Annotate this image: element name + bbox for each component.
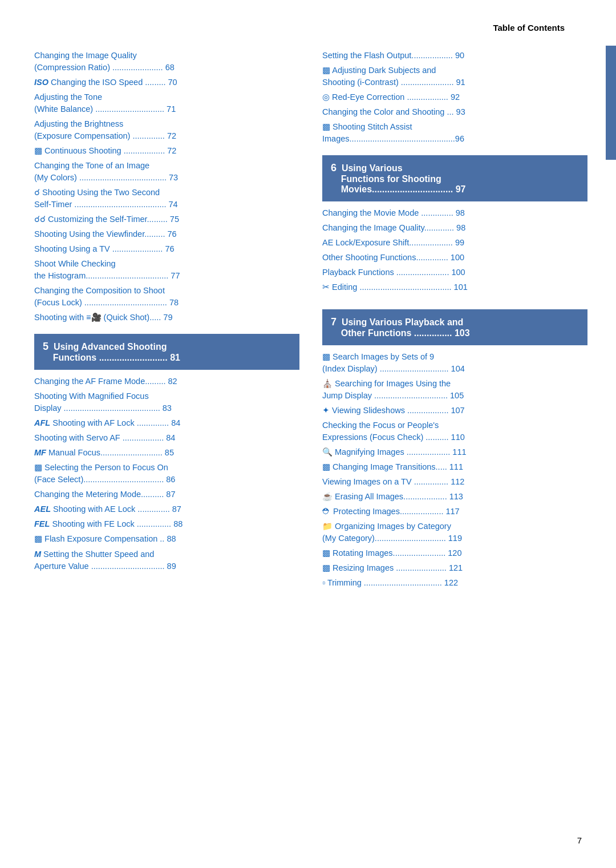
list-item[interactable]: Shooting with ≡🎥 (Quick Shot)..... 79 xyxy=(34,312,299,324)
list-item[interactable]: Changing the Tone of an Image (My Colors… xyxy=(34,160,299,184)
section-6-box: 6 Using Various Functions for Shooting M… xyxy=(322,155,587,201)
list-item[interactable]: 📁 Organizing Images by Category (My Cate… xyxy=(322,520,587,544)
list-item[interactable]: ▩ Continuous Shooting ..................… xyxy=(34,145,299,157)
list-item[interactable]: Changing the Composition to Shoot (Focus… xyxy=(34,285,299,309)
list-item[interactable]: M Setting the Shutter Speed and Aperture… xyxy=(34,548,299,572)
list-item[interactable]: ⛪ Searching for Images Using the Jump Di… xyxy=(322,378,587,402)
list-item[interactable]: ▩ Rotating Images.......................… xyxy=(322,547,587,559)
list-item[interactable]: ▩ Flash Exposure Compensation .. 88 xyxy=(34,533,299,545)
list-item[interactable]: ▫ Trimming .............................… xyxy=(322,577,587,589)
list-item[interactable]: Changing the Movie Mode .............. 9… xyxy=(322,207,587,219)
list-item[interactable]: AE Lock/Exposure Shift..................… xyxy=(322,237,587,249)
list-item[interactable]: FEL Shooting with FE Lock ..............… xyxy=(34,518,299,530)
list-item[interactable]: Shooting With Magnified Focus Display ..… xyxy=(34,390,299,414)
list-item[interactable]: Changing the Image Quality (Compression … xyxy=(34,50,299,74)
list-item[interactable]: ▩ Shooting Stitch Assist Images.........… xyxy=(322,121,587,145)
section-7-box: 7 Using Various Playback and Other Funct… xyxy=(322,309,587,345)
list-item[interactable]: Shooting Using the Viewfinder......... 7… xyxy=(34,228,299,240)
page-number: 7 xyxy=(577,835,582,845)
section-7-number: 7 xyxy=(331,316,337,328)
list-item[interactable]: Changing the AF Frame Mode......... 82 xyxy=(34,376,299,387)
content-columns: Changing the Image Quality (Compression … xyxy=(34,50,587,592)
right-column: Setting the Flash Output................… xyxy=(322,50,587,592)
list-item[interactable]: ▩ Adjusting Dark Subjects and Shooting (… xyxy=(322,64,587,88)
left-column: Changing the Image Quality (Compression … xyxy=(34,50,299,592)
list-item[interactable]: ▩ Changing Image Transitions..... 111 xyxy=(322,461,587,473)
list-item[interactable]: Viewing Images on a TV ............... 1… xyxy=(322,476,587,488)
section-5-box: 5 Using Advanced Shooting Functions ....… xyxy=(34,334,299,370)
list-item[interactable]: ☌☌ Customizing the Self-Timer......... 7… xyxy=(34,213,299,225)
list-item[interactable]: Checking the Focus or People's Expressio… xyxy=(322,419,587,443)
list-item[interactable]: Changing the Image Quality............. … xyxy=(322,222,587,234)
list-item[interactable]: ☕ Erasing All Images................... … xyxy=(322,491,587,503)
list-item[interactable]: Adjusting the Tone (White Balance) .....… xyxy=(34,91,299,115)
list-item[interactable]: ▩ Selecting the Person to Focus On (Face… xyxy=(34,462,299,486)
list-item[interactable]: Playback Functions .....................… xyxy=(322,267,587,278)
page-header: Table of Contents xyxy=(34,23,587,33)
list-item[interactable]: AFL Shooting with AF Lock ..............… xyxy=(34,417,299,429)
list-item[interactable]: ⛑ Protecting Images................... 1… xyxy=(322,506,587,518)
list-item[interactable]: ▩ Search Images by Sets of 9 (Index Disp… xyxy=(322,351,587,375)
list-item[interactable]: MF Manual Focus.........................… xyxy=(34,447,299,459)
list-item[interactable]: Setting the Flash Output................… xyxy=(322,50,587,62)
header-title: Table of Contents xyxy=(493,23,565,33)
list-item[interactable]: Changing the Metering Mode.......... 87 xyxy=(34,488,299,500)
list-item[interactable]: Changing the Color and Shooting ... 93 xyxy=(322,106,587,118)
list-item[interactable]: ☌ Shooting Using the Two Second Self-Tim… xyxy=(34,187,299,211)
list-item[interactable]: Other Shooting Functions.............. 1… xyxy=(322,252,587,264)
list-item[interactable]: Adjusting the Brightness (Exposure Compe… xyxy=(34,118,299,142)
list-item[interactable]: ✂ Editing ..............................… xyxy=(322,281,587,293)
section-6-number: 6 xyxy=(331,162,337,173)
list-item[interactable]: ◎ Red-Eye Correction .................. … xyxy=(322,91,587,103)
list-item[interactable]: Shooting with Servo AF .................… xyxy=(34,432,299,444)
list-item[interactable]: 🔍 Magnifying Images ................... … xyxy=(322,446,587,458)
list-item[interactable]: ISO Changing the ISO Speed ......... 70 xyxy=(34,76,299,88)
chapter-tab xyxy=(606,46,616,160)
section-5-number: 5 xyxy=(43,341,48,352)
page-container: Table of Contents Changing the Image Qua… xyxy=(0,0,616,868)
list-item[interactable]: ✦ Viewing Slideshows .................. … xyxy=(322,405,587,417)
list-item[interactable]: Shoot While Checking the Histogram......… xyxy=(34,258,299,282)
list-item[interactable]: Shooting Using a TV ....................… xyxy=(34,243,299,255)
list-item[interactable]: ▩ Resizing Images ......................… xyxy=(322,562,587,574)
list-item[interactable]: AEL Shooting with AE Lock ..............… xyxy=(34,503,299,515)
